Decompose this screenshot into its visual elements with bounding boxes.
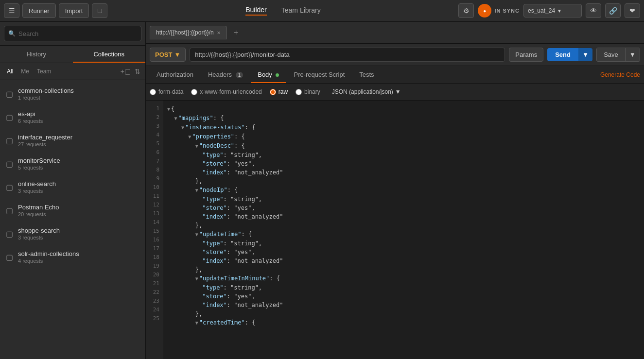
- collection-item[interactable]: ▢ shoppe-search 3 requests: [0, 222, 145, 245]
- collection-item[interactable]: ▢ interface_requester 27 requests: [0, 129, 145, 152]
- settings-icon[interactable]: ⚙: [458, 3, 474, 18]
- method-value: POST: [155, 51, 172, 58]
- search-input-wrap[interactable]: 🔍: [4, 26, 141, 41]
- collection-info: shoppe-search 3 requests: [18, 227, 60, 240]
- filter-row: All Me Team +▢ ⇅: [0, 63, 145, 80]
- body-active-dot: [276, 73, 279, 77]
- tab-builder[interactable]: Builder: [245, 6, 267, 16]
- collection-item[interactable]: ▢ common-collections 1 request: [0, 82, 145, 105]
- eye-button[interactable]: 👁: [586, 3, 601, 18]
- body-tabs: Authorization Headers 1 Body Pre-request…: [146, 66, 644, 84]
- line-number: 14: [146, 218, 163, 227]
- save-button[interactable]: Save: [596, 48, 625, 62]
- collapse-arrow[interactable]: ▼: [195, 276, 198, 281]
- filter-team[interactable]: Team: [35, 67, 53, 76]
- tab-close-icon[interactable]: ✕: [217, 30, 221, 35]
- code-line: "store": "yes",: [163, 159, 644, 168]
- collection-item[interactable]: ▢ solr-admin-collections 4 requests: [0, 245, 145, 269]
- line-number: 23: [146, 297, 163, 306]
- collection-item[interactable]: ▢ es-api 6 requests: [0, 105, 145, 129]
- send-dropdown-button[interactable]: ▼: [578, 48, 592, 61]
- folder-icon: ▢: [6, 206, 13, 215]
- collapse-arrow[interactable]: ▼: [195, 320, 198, 325]
- sidebar-toggle-button[interactable]: ☰: [4, 3, 19, 18]
- tab-body[interactable]: Body: [251, 66, 286, 83]
- save-button-wrap: Save ▼: [596, 48, 640, 62]
- code-line: },: [163, 177, 644, 186]
- line-number: 16: [146, 236, 163, 244]
- collection-item[interactable]: ▢ online-search 3 requests: [0, 175, 145, 199]
- code-line: "type": "string",: [163, 151, 644, 159]
- runner-button[interactable]: Runner: [22, 3, 56, 18]
- tab-collections[interactable]: Collections: [73, 46, 146, 63]
- tab-team-library[interactable]: Team Library: [281, 6, 321, 15]
- save-dropdown-button[interactable]: ▼: [625, 48, 640, 62]
- send-button[interactable]: Send: [547, 48, 578, 61]
- option-binary[interactable]: binary: [296, 88, 320, 95]
- env-value: es_uat_24: [528, 7, 555, 14]
- nav-center: Builder Team Library: [110, 6, 455, 16]
- params-button[interactable]: Params: [509, 48, 543, 62]
- line-number: 7: [146, 157, 163, 166]
- collapse-arrow[interactable]: ▼: [181, 125, 184, 130]
- environment-selector[interactable]: es_uat_24 ▼: [523, 4, 582, 17]
- option-form-data[interactable]: form-data: [150, 88, 183, 95]
- import-button[interactable]: Import: [59, 3, 89, 18]
- collapse-arrow[interactable]: ▼: [174, 116, 177, 121]
- collection-item[interactable]: ▢ Postman Echo 20 requests: [0, 199, 145, 222]
- main-layout: 🔍 History Collections All Me Team +▢ ⇅ ▢…: [0, 22, 644, 359]
- line-number: 12: [146, 201, 163, 209]
- tab-headers[interactable]: Headers 1: [201, 66, 250, 83]
- option-urlencoded[interactable]: x-www-form-urlencoded: [191, 88, 261, 95]
- code-line: ▼"instance-status": {: [163, 123, 644, 132]
- tab-tests[interactable]: Tests: [352, 66, 381, 83]
- connect-button[interactable]: 🔗: [605, 3, 621, 18]
- collapse-arrow[interactable]: ▼: [195, 143, 198, 149]
- line-number: 9: [146, 174, 163, 183]
- collection-name: Postman Echo: [18, 204, 59, 211]
- top-nav: ☰ Runner Import □ Builder Team Library ⚙…: [0, 0, 644, 22]
- generate-code-link[interactable]: Generate Code: [600, 71, 640, 78]
- search-input[interactable]: [18, 30, 137, 37]
- code-content[interactable]: ▼{ ▼"mappings": { ▼"instance-status": { …: [163, 101, 644, 359]
- code-editor[interactable]: 1234567891011121314151617181920212223242…: [146, 101, 644, 359]
- code-line: "type": "string",: [163, 283, 644, 292]
- line-number: 19: [146, 262, 163, 271]
- collapse-arrow[interactable]: ▼: [188, 134, 191, 139]
- new-collection-icon[interactable]: +▢: [121, 68, 131, 75]
- json-type-selector[interactable]: JSON (application/json) ▼: [332, 88, 401, 95]
- code-line: "index": "not_analyzed": [163, 301, 644, 309]
- tab-pre-request[interactable]: Pre-request Script: [287, 66, 351, 83]
- active-tab[interactable]: http://{{host}}:{{port}}/n ✕: [150, 26, 227, 39]
- new-tab-button[interactable]: □: [92, 3, 107, 18]
- collection-info: common-collections 1 request: [18, 87, 74, 101]
- headers-badge: 1: [236, 72, 244, 78]
- option-raw[interactable]: raw: [270, 88, 288, 95]
- method-selector[interactable]: POST ▼: [150, 48, 186, 62]
- tab-history[interactable]: History: [0, 46, 73, 63]
- collection-count: 1 request: [18, 95, 74, 101]
- collapse-arrow[interactable]: ▼: [167, 106, 170, 112]
- collection-count: 20 requests: [18, 211, 59, 217]
- add-tab-button[interactable]: +: [230, 26, 243, 39]
- collection-name: online-search: [18, 180, 56, 188]
- collection-item[interactable]: ▢ monitorService 5 requests: [0, 152, 145, 175]
- collection-count: 3 requests: [18, 235, 60, 240]
- collection-info: online-search 3 requests: [18, 180, 56, 194]
- tab-authorization[interactable]: Authorization: [150, 66, 200, 83]
- folder-icon: ▢: [6, 136, 13, 145]
- line-number: 13: [146, 209, 163, 218]
- sort-icon[interactable]: ⇅: [135, 68, 140, 75]
- filter-me[interactable]: Me: [19, 67, 31, 76]
- nav-right: ⚙ ● IN SYNC es_uat_24 ▼ 👁 🔗 ❤: [458, 3, 640, 18]
- code-line: ▼"nodeIp": {: [163, 186, 644, 195]
- line-number: 11: [146, 192, 163, 201]
- collection-count: 3 requests: [18, 188, 56, 194]
- code-line: "index": "not_analyzed": [163, 256, 644, 265]
- heart-button[interactable]: ❤: [625, 3, 640, 18]
- filter-all[interactable]: All: [5, 67, 15, 76]
- sync-text: IN SYNC: [494, 8, 520, 14]
- collapse-arrow[interactable]: ▼: [195, 188, 198, 193]
- collapse-arrow[interactable]: ▼: [195, 232, 198, 237]
- url-input[interactable]: [190, 48, 505, 62]
